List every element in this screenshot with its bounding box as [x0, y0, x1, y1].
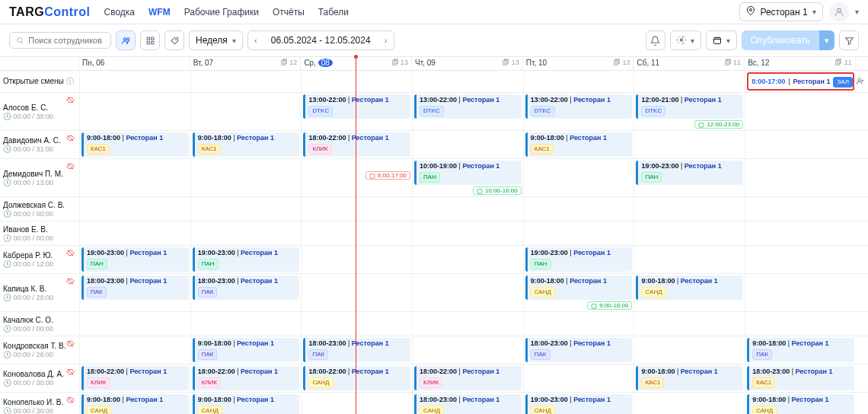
shift-cell[interactable]	[190, 159, 302, 196]
open-shift-cell[interactable]: 8:00-17:00 | Ресторан 1 ЗАЛ	[745, 71, 856, 92]
shift-cell[interactable]: 9:00-18:00 | Ресторан 1КАС1	[633, 365, 745, 392]
shift-card[interactable]: 19:00-23:00 | Ресторан 1ПАН	[193, 247, 300, 272]
nav-tab-4[interactable]: Табели	[318, 7, 349, 18]
shift-cell[interactable]	[633, 336, 745, 364]
nav-tab-1[interactable]: WFM	[148, 7, 171, 18]
shift-cell[interactable]: 9:00-18:00 | Ресторан 1САНД	[633, 274, 745, 311]
shift-cell[interactable]	[190, 221, 302, 245]
shift-cell[interactable]	[523, 159, 634, 196]
shift-cell[interactable]: 13:00-22:00 | Ресторан 1DTKC	[412, 93, 523, 130]
prev-week-button[interactable]: ‹	[248, 36, 263, 45]
chevron-down-icon[interactable]: ▾	[855, 8, 859, 16]
employee-header[interactable]: Алосов Е. С.🕓 00:00 / 38:00	[0, 93, 79, 130]
open-shift-card[interactable]: 8:00-17:00 | Ресторан 1 ЗАЛ	[747, 72, 854, 91]
shift-cell[interactable]: 18:00-23:00 | Ресторан 1ПАК	[190, 274, 302, 311]
open-shift-cell[interactable]	[523, 71, 634, 92]
shift-cell[interactable]: 18:00-22:00 | Ресторан 1КЛИК	[301, 131, 412, 158]
shift-cell[interactable]	[745, 131, 856, 158]
open-shift-cell[interactable]	[79, 71, 190, 92]
shift-cell[interactable]	[523, 365, 634, 392]
period-select[interactable]: Неделя▾	[189, 30, 243, 50]
shift-cell[interactable]	[190, 93, 302, 130]
shift-cell[interactable]	[301, 393, 412, 414]
shift-cell[interactable]	[301, 274, 412, 311]
calendar-button[interactable]: ▾	[706, 30, 737, 50]
employee-header[interactable]: Иванов Е. В.🕓 00:00 / 00:00	[0, 221, 79, 245]
shift-card[interactable]: 13:00-22:00 | Ресторан 1DTKC	[303, 94, 410, 119]
shift-cell[interactable]: 9:00-18:00 | Ресторан 1САНД 9:00-18:00	[523, 274, 634, 311]
shift-cell[interactable]: 9:00-18:00 | Ресторан 1САНД	[745, 393, 856, 414]
shift-cell[interactable]: 18:00-23:00 | Ресторан 1САНД	[412, 393, 523, 414]
shift-card[interactable]: 9:00-18:00 | Ресторан 1САНД	[525, 275, 633, 300]
shift-note[interactable]: 8:00-17:00	[365, 171, 410, 180]
shift-cell[interactable]	[79, 159, 190, 196]
shift-cell[interactable]: 18:00-23:00 | Ресторан 1ПАК	[523, 336, 634, 364]
shift-cell[interactable]	[79, 93, 190, 130]
shift-cell[interactable]: 9:00-18:00 | Ресторан 1КАС1	[79, 131, 190, 158]
shift-card[interactable]: 9:00-18:00 | Ресторан 1ПАК	[193, 338, 300, 362]
shift-cell[interactable]: 19:00-23:00 | Ресторан 1ПАН	[190, 246, 302, 273]
shift-card[interactable]: 9:00-18:00 | Ресторан 1КАС1	[525, 132, 633, 157]
shift-card[interactable]: 12:00-21:00 | Ресторан 1DTKC	[636, 94, 743, 119]
shift-cell[interactable]	[79, 312, 190, 336]
shift-cell[interactable]	[745, 221, 856, 245]
shift-card[interactable]: 19:00-23:00 | Ресторан 1САНД	[525, 394, 633, 414]
shift-cell[interactable]: 18:00-23:00 | Ресторан 1ПАК	[79, 274, 190, 311]
shift-card[interactable]: 18:00-23:00 | Ресторан 1ПАК	[303, 338, 410, 362]
shift-cell[interactable]	[79, 221, 190, 245]
employee-header[interactable]: Конопелько И. В.🕓 00:00 / 30:00	[0, 393, 79, 414]
shift-card[interactable]: 19:00-23:00 | Ресторан 1ПАН	[525, 247, 633, 272]
location-select[interactable]: Ресторан 1 ▾	[739, 2, 823, 21]
shift-cell[interactable]: 8:00-17:00	[301, 159, 412, 196]
employee-header[interactable]: Демидович П. М.🕓 00:00 / 13:00	[0, 159, 79, 196]
open-shift-cell[interactable]	[301, 71, 412, 92]
employee-header[interactable]: Давидович А. С.🕓 00:00 / 31:00	[0, 131, 79, 158]
shift-card[interactable]: 9:00-18:00 | Ресторан 1САНД	[193, 394, 300, 414]
bell-button[interactable]	[646, 30, 665, 50]
shift-card[interactable]: 9:00-18:00 | Ресторан 1КАС1	[81, 132, 189, 157]
shift-card[interactable]: 18:00-22:00 | Ресторан 1САНД	[303, 366, 410, 390]
shift-cell[interactable]: 13:00-22:00 | Ресторан 1DTKC	[523, 93, 634, 130]
shift-card[interactable]: 9:00-18:00 | Ресторан 1КАС1	[636, 366, 743, 390]
shift-cell[interactable]	[745, 93, 856, 130]
shift-cell[interactable]: 18:00-22:00 | Ресторан 1КЛИК	[412, 365, 523, 392]
shift-note[interactable]: 12:00-23:00	[694, 120, 743, 129]
shift-cell[interactable]: 18:00-23:00 | Ресторан 1КАС1	[745, 365, 856, 392]
shift-cell[interactable]	[633, 312, 745, 336]
shift-cell[interactable]	[412, 336, 523, 364]
shift-cell[interactable]	[633, 221, 745, 245]
shift-cell[interactable]: 9:00-18:00 | Ресторан 1САНД	[190, 393, 302, 414]
shift-card[interactable]: 18:00-22:00 | Ресторан 1КЛИК	[303, 132, 410, 157]
shift-note[interactable]: 9:00-18:00	[587, 301, 632, 310]
shift-cell[interactable]	[523, 221, 634, 245]
shift-cell[interactable]: 18:00-22:00 | Ресторан 1КЛИК	[190, 365, 302, 392]
search-input-wrap[interactable]	[9, 32, 111, 49]
nav-tab-0[interactable]: Сводка	[104, 7, 136, 18]
shift-card[interactable]: 18:00-22:00 | Ресторан 1КЛИК	[193, 366, 300, 390]
shift-cell[interactable]: 9:00-18:00 | Ресторан 1КАС1	[523, 131, 634, 158]
shift-cell[interactable]: 10:00-19:00 | Ресторан 1ПАН 10:00-16:00	[412, 159, 523, 196]
shift-cell[interactable]	[412, 221, 523, 245]
shift-cell[interactable]	[745, 312, 856, 336]
shift-cell[interactable]: 18:00-22:00 | Ресторан 1КЛИК	[79, 365, 190, 392]
nav-tab-3[interactable]: Отчёты	[273, 7, 305, 18]
shift-card[interactable]: 10:00-19:00 | Ресторан 1ПАН	[414, 161, 522, 185]
org-filter-button[interactable]	[140, 30, 160, 50]
shift-cell[interactable]: 19:00-23:00 | Ресторан 1ПАН	[79, 246, 190, 273]
date-range-label[interactable]: 06.05.2024 - 12.05.2024	[263, 35, 378, 46]
shift-cell[interactable]: 19:00-23:00 | Ресторан 1ПАН	[633, 159, 745, 196]
shift-cell[interactable]: 19:00-23:00 | Ресторан 1ПАН	[523, 246, 634, 273]
shift-cell[interactable]	[412, 246, 523, 273]
shift-cell[interactable]	[745, 197, 856, 221]
next-week-button[interactable]: ›	[378, 36, 394, 45]
employee-header[interactable]: Качалюк С. О.🕓 00:00 / 00:00	[0, 312, 79, 336]
shift-cell[interactable]: 18:00-23:00 | Ресторан 1ПАК	[301, 336, 412, 364]
shift-cell[interactable]	[745, 246, 856, 273]
shift-cell[interactable]	[301, 197, 412, 221]
shift-card[interactable]: 18:00-23:00 | Ресторан 1ПАК	[525, 338, 633, 362]
shift-card[interactable]: 9:00-18:00 | Ресторан 1ПАК	[747, 338, 854, 362]
shift-cell[interactable]: 19:00-23:00 | Ресторан 1САНД	[523, 393, 634, 414]
shift-cell[interactable]	[301, 312, 412, 336]
people-filter-button[interactable]	[116, 30, 136, 50]
filter-button[interactable]	[839, 30, 859, 50]
